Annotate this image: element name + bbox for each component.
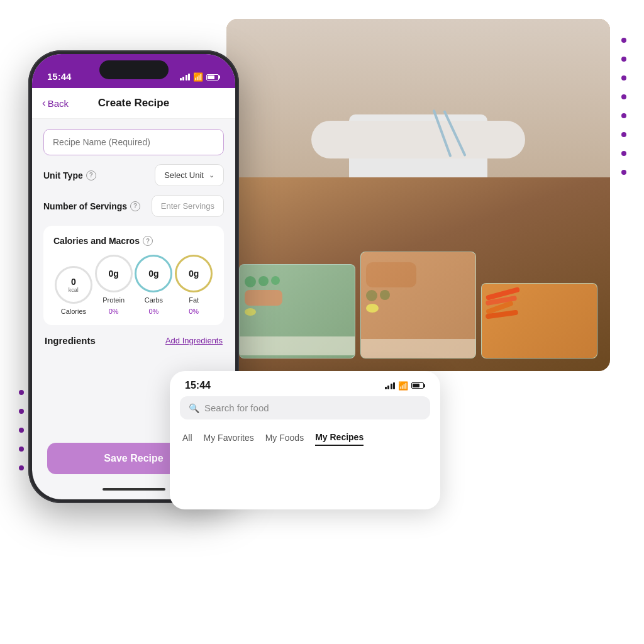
carbs-pct: 0% (148, 308, 158, 315)
tab-my-foods[interactable]: My Foods (265, 430, 304, 445)
carbs-macro: 0g Carbs 0% (135, 255, 172, 315)
food-photo-card (226, 19, 610, 371)
ingredients-title: Ingredients (45, 335, 96, 346)
fat-macro: 0g Fat 0% (175, 255, 213, 315)
protein-name: Protein (103, 296, 125, 304)
battery-icon (206, 74, 220, 80)
decorative-dots-right (621, 38, 626, 175)
back-label: Back (48, 98, 69, 109)
second-status-bar: 15:44 📶 (170, 371, 440, 396)
add-ingredients-button[interactable]: Add Ingredients (165, 336, 223, 345)
meal-containers (226, 142, 610, 371)
servings-help-icon[interactable]: ? (130, 201, 140, 211)
fat-circle: 0g (175, 255, 213, 292)
status-icons-main: 📶 (180, 72, 221, 82)
calories-macros-label: Calories and Macros ? (53, 236, 214, 246)
nav-bar: ‹ Back Create Recipe (32, 88, 235, 119)
second-status-time: 15:44 (185, 380, 211, 391)
servings-label: Number of Servings ? (43, 201, 140, 211)
fat-pct: 0% (189, 308, 199, 315)
macros-help-icon[interactable]: ? (143, 236, 153, 246)
home-indicator (103, 488, 165, 491)
tab-my-favorites[interactable]: My Favorites (204, 430, 254, 445)
calories-unit: kcal (69, 287, 79, 293)
tab-all[interactable]: All (182, 430, 192, 445)
carbs-name: Carbs (145, 296, 163, 304)
select-unit-button[interactable]: Select Unit ⌄ (155, 164, 224, 186)
second-status-icons: 📶 (385, 381, 426, 391)
fat-value: 0g (189, 269, 199, 279)
back-chevron-icon: ‹ (42, 97, 46, 109)
app-content: Unit Type ? Select Unit ⌄ Number of Serv… (32, 119, 235, 356)
protein-circle: 0g (95, 255, 133, 292)
second-wifi-icon: 📶 (398, 381, 408, 391)
nav-title: Create Recipe (98, 97, 169, 109)
carbs-value: 0g (148, 269, 158, 279)
enter-servings-button[interactable]: Enter Servings (152, 195, 224, 217)
servings-row: Number of Servings ? Enter Servings (43, 195, 224, 217)
protein-pct: 0% (109, 308, 119, 315)
back-button[interactable]: ‹ Back (42, 97, 69, 109)
filter-tabs: All My Favorites My Foods My Recipes (170, 427, 440, 448)
calories-macros-section: Calories and Macros ? 0 kcal Calories (43, 226, 224, 325)
carbs-circle: 0g (135, 255, 172, 292)
second-battery-icon (411, 382, 425, 389)
chevron-down-icon: ⌄ (209, 171, 214, 179)
calories-macro: 0 kcal Calories (55, 266, 92, 315)
macros-row: 0 kcal Calories 0g Protein 0% (53, 255, 214, 315)
unit-type-label: Unit Type ? (43, 170, 96, 180)
protein-value: 0g (108, 269, 118, 279)
tab-my-recipes[interactable]: My Recipes (315, 430, 364, 446)
calories-value: 0 (71, 277, 76, 287)
protein-macro: 0g Protein 0% (95, 255, 133, 315)
unit-type-row: Unit Type ? Select Unit ⌄ (43, 164, 224, 186)
search-icon: 🔍 (189, 403, 199, 413)
search-placeholder: Search for food (204, 402, 269, 413)
second-signal-icon (385, 382, 396, 389)
fat-name: Fat (189, 296, 199, 304)
dynamic-island (99, 60, 169, 79)
search-bar[interactable]: 🔍 Search for food (180, 396, 430, 419)
unit-type-help-icon[interactable]: ? (86, 170, 96, 180)
calories-circle: 0 kcal (55, 266, 92, 304)
ingredients-row: Ingredients Add Ingredients (43, 335, 224, 346)
iphone-second: 15:44 📶 🔍 Search for food All My Favorit… (170, 371, 440, 509)
signal-icon (180, 74, 191, 80)
recipe-name-input[interactable] (43, 129, 224, 155)
status-time-main: 15:44 (47, 71, 71, 82)
decorative-dots-left (19, 390, 24, 470)
wifi-icon: 📶 (193, 72, 203, 82)
calories-name: Calories (61, 308, 86, 315)
